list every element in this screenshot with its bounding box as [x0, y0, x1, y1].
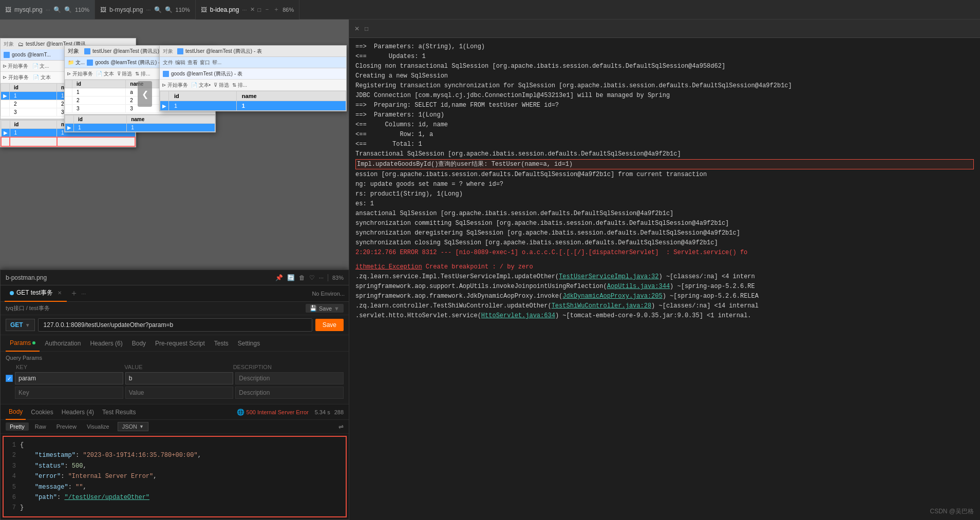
wrap-icon[interactable]: ⇌: [338, 423, 344, 430]
zoom-in-icon[interactable]: 🔍: [64, 6, 72, 13]
preview-btn[interactable]: Preview: [52, 422, 81, 431]
tab-restore-3[interactable]: □: [258, 7, 261, 13]
tab-bidea[interactable]: 🖼 b-idea.png ··· ✕ □ － ＋ 86%: [196, 0, 300, 20]
resp-tab-cookies[interactable]: Cookies: [28, 405, 56, 420]
tab-ellipsis-2[interactable]: ···: [146, 7, 150, 13]
tab-ellipsis-3[interactable]: ···: [242, 7, 247, 13]
tab-params[interactable]: Params: [6, 335, 40, 352]
param-key-1[interactable]: [15, 372, 123, 384]
postman-delete-icon[interactable]: 🗑: [299, 274, 305, 281]
tab-ellipsis[interactable]: ···: [46, 7, 50, 13]
sort-btn[interactable]: ⇅ 排...: [232, 82, 247, 89]
tab-mysql1[interactable]: 🖼 mysql.png ··· 🔍 🔍 110%: [0, 0, 95, 20]
mysql-window-3: 对象 testUser @learnTest (腾讯云) - 表 文件 编辑 查…: [159, 45, 347, 111]
tab-headers[interactable]: Headers (6): [86, 335, 126, 352]
query-params-section: Query Params KEY VALUE DESCRIPTION ✓: [1, 352, 349, 405]
postman-more-icon[interactable]: ···: [319, 275, 324, 281]
postman-titlebar: b-postman.png 📌 🔄 🗑 ♡ ··· 83%: [1, 270, 349, 285]
zoom-level-bmysql: 110%: [176, 7, 190, 13]
text-btn-1b[interactable]: 📄 文本: [33, 74, 51, 81]
param-checkbox-1[interactable]: ✓: [6, 375, 13, 382]
win3-goods: goods @learnTest (腾讯云) - 表: [171, 70, 242, 78]
filter-btn[interactable]: ⊽ 筛选: [214, 82, 229, 89]
send-button[interactable]: Save: [315, 319, 344, 331]
no-env-label: No Environ...: [312, 291, 345, 297]
param-desc-1[interactable]: [235, 372, 344, 384]
param-desc-placeholder[interactable]: [235, 387, 344, 399]
console-output: ==> Parameters: a(String), 1(Long) <== U…: [349, 38, 980, 520]
tab-body[interactable]: Body: [128, 335, 150, 352]
tab-mysql1-label: mysql.png: [14, 6, 43, 13]
table-row[interactable]: ▶ 1 1: [160, 101, 346, 111]
postman-pin-icon[interactable]: 📌: [275, 274, 283, 281]
save-btn[interactable]: 💾 Save ▼: [306, 304, 344, 313]
left-panel: 对象 🗂 testUser @learnTest (腾讯... goods @l…: [0, 20, 349, 520]
zoom-out-icon[interactable]: 🔍: [53, 6, 61, 13]
console-line-error: 2:20:12.766 ERROR 8312 --- [nio-8089-exe…: [355, 248, 974, 257]
json-response-container: 1 { 2 "timestamp": "2023-03-19T14:16:35.…: [3, 436, 347, 517]
postman-panel: b-postman.png 📌 🔄 🗑 ♡ ··· 83% GET test事务…: [0, 269, 349, 520]
add-tab-btn[interactable]: ＋: [70, 288, 78, 299]
path-label: tyq接口 / test事务: [6, 304, 50, 312]
params-dot: [32, 341, 35, 344]
pretty-btn[interactable]: Pretty: [6, 422, 29, 431]
nav-arrow-left[interactable]: ❮: [138, 81, 152, 107]
method-selector[interactable]: GET ▼: [6, 319, 35, 331]
format-dropdown[interactable]: JSON ▼: [118, 422, 148, 431]
zoom-out-icon-3[interactable]: －: [264, 5, 270, 14]
text-btn-2[interactable]: 📄 文本: [96, 70, 114, 78]
tab-settings[interactable]: Settings: [234, 335, 264, 352]
resp-tab-headers[interactable]: Headers (4): [59, 405, 97, 420]
text-btn-3[interactable]: 📄 文本•: [191, 82, 211, 89]
param-row-1: ✓: [6, 372, 344, 384]
tab-close-btn[interactable]: ✕: [58, 290, 62, 296]
tab-authorization[interactable]: Authorization: [41, 335, 85, 352]
postman-refresh-icon[interactable]: 🔄: [287, 274, 295, 281]
db-titlebar-3c: goods @learnTest (腾讯云) - 表: [160, 68, 346, 80]
postman-request-tab[interactable]: GET test事务 ✕: [5, 285, 67, 302]
visualize-btn[interactable]: Visualize: [83, 422, 114, 431]
param-value-placeholder[interactable]: [125, 387, 234, 399]
begin-txn-2[interactable]: ⊳ 开始事务: [67, 70, 93, 78]
param-key-placeholder[interactable]: [15, 387, 123, 399]
save-icon: 💾: [310, 305, 317, 312]
tab-bidea-label: b-idea.png: [210, 6, 239, 13]
tab-pre-request[interactable]: Pre-request Script: [151, 335, 209, 352]
console-line: es: 1: [355, 199, 974, 208]
param-value-1[interactable]: [125, 372, 234, 384]
begin-transaction-1[interactable]: ⊳开始事务: [3, 63, 28, 70]
console-line: Closing non transactional SqlSession [or…: [355, 62, 974, 71]
text-btn-1[interactable]: 📄文...: [32, 63, 49, 70]
zoom-out-icon-2[interactable]: 🔍: [154, 6, 162, 13]
console-line: <== Updates: 1: [355, 52, 974, 61]
toolbar-square-btn[interactable]: □: [365, 25, 368, 32]
table-row[interactable]: ▶ 1 1: [65, 124, 215, 132]
zoom-in-icon-2[interactable]: 🔍: [165, 6, 173, 13]
begin-txn-3[interactable]: ⊳ 开始事务: [162, 82, 188, 89]
db-titlebar-3: 对象 testUser @learnTest (腾讯云) - 表: [160, 46, 346, 57]
console-line: JDBC Connection [com.mysql.cj.jdbc.Conne…: [355, 91, 974, 100]
console-line: synchronization closing SqlSession [org.…: [355, 238, 974, 247]
tab-close-3[interactable]: ✕: [250, 6, 255, 13]
zoom-in-icon-3[interactable]: ＋: [273, 5, 279, 14]
image-icon-3: 🖼: [201, 6, 207, 13]
tab-tests[interactable]: Tests: [210, 335, 233, 352]
resp-tab-body[interactable]: Body: [6, 405, 26, 420]
save-dropdown-icon[interactable]: ▼: [334, 305, 340, 312]
begin-transaction-1b[interactable]: ⊳ 开始事务: [3, 74, 29, 81]
tab-more-btn[interactable]: ···: [81, 291, 86, 297]
json-line-6: 6 "path": "/testUser/updateOther": [8, 492, 342, 503]
json-line-1: 1 {: [8, 440, 342, 450]
globe-icon[interactable]: 🌐: [237, 409, 244, 416]
win2-title: testUser @learnTest (腾讯云) - 表: [92, 48, 169, 55]
resp-tab-tests[interactable]: Test Results: [99, 405, 139, 420]
console-line-error-link: ithmetic Exception Create breakpoint : /…: [355, 262, 974, 272]
postman-star-icon[interactable]: ♡: [309, 274, 315, 281]
image-icon: 🖼: [5, 6, 11, 13]
resp-time: 5.34 s: [315, 409, 330, 415]
raw-btn[interactable]: Raw: [31, 422, 50, 431]
toolbar-close-btn[interactable]: ✕: [354, 25, 360, 32]
tab-bmysql[interactable]: 🖼 b-mysql.png ··· 🔍 🔍 110%: [95, 0, 196, 20]
url-input[interactable]: [38, 318, 312, 332]
console-line: .zq.learn.service.Impl.TestUserServiceIm…: [355, 272, 974, 281]
